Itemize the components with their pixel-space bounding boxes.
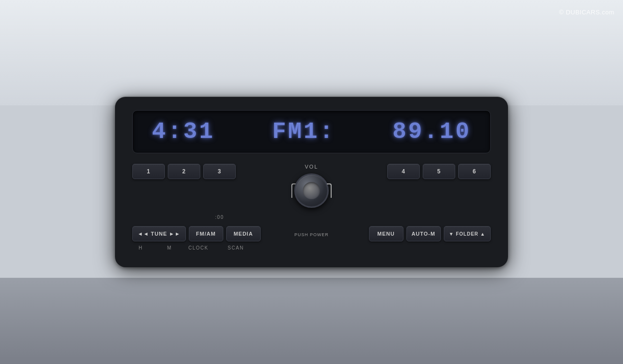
push-power-label: PUSH POWER [294,232,329,237]
watermark: © DUBICARS.com [559,9,614,16]
autom-button[interactable]: AUTO-M [406,226,441,241]
h-label: H [138,245,143,250]
spacer-2 [283,243,340,252]
preset-4-button[interactable]: 4 [387,164,420,179]
time-sub-label: :00 [215,215,224,220]
radio-unit: 4:31 FM1: 89.10 1 2 3 VOL 4 5 6 [115,97,508,267]
display-frequency: 89.10 [392,119,471,145]
preset-3-button[interactable]: 3 [203,164,236,179]
push-power-area: PUSH POWER [283,230,340,237]
m-label: M [167,245,172,250]
preset-5-button[interactable]: 5 [423,164,455,179]
preset-1-sublabel [132,215,165,220]
clock-label: CLOCK [181,245,216,250]
display-time: 4:31 [152,119,215,145]
arc-right-indicator [327,183,332,198]
preset-2-button[interactable]: 2 [168,164,200,179]
preset-2-sublabel [168,215,200,220]
spacer-3 [344,243,491,252]
display-screen: 4:31 FM1: 89.10 [132,110,491,153]
preset-6-button[interactable]: 6 [458,164,491,179]
preset-5-sublabel [423,215,455,220]
vol-knob-wrapper [292,171,331,210]
preset-6-sublabel [458,215,491,220]
tune-button[interactable]: ◄◄ TUNE ►► [132,226,186,241]
spacer-sublabel [283,213,340,221]
vol-label: VOL [305,164,318,170]
preset-4-sublabel [387,215,420,220]
vol-knob[interactable] [294,173,329,208]
vol-knob-area: VOL [283,164,340,210]
menu-button[interactable]: MENU [369,226,404,241]
fmam-button[interactable]: FM/AM [189,226,223,241]
background-bottom [0,278,623,364]
folder-button[interactable]: ▼ FOLDER ▲ [444,226,491,241]
preset-1-button[interactable]: 1 [132,164,165,179]
media-button[interactable]: MEDIA [226,226,261,241]
background-top [0,0,623,105]
scan-label: SCAN [219,245,253,250]
display-mode: FM1: [272,119,335,145]
